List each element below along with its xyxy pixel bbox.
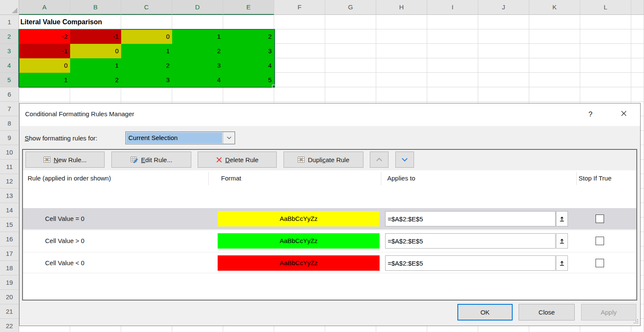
cell-B5[interactable]: 2 xyxy=(70,73,121,87)
cell-A1-title[interactable]: Literal Value Comparison xyxy=(19,15,70,29)
cell-B6[interactable] xyxy=(70,87,121,102)
collapse-range-button[interactable] xyxy=(556,211,568,226)
column-header-A[interactable]: A xyxy=(19,0,70,15)
row-header-4[interactable]: 4 xyxy=(0,58,19,73)
cell-A4[interactable]: 0 xyxy=(19,58,70,73)
column-header-E[interactable]: E xyxy=(223,0,274,15)
column-header-J[interactable]: J xyxy=(478,0,529,15)
cell-I4[interactable] xyxy=(427,58,478,73)
cell-D5[interactable]: 4 xyxy=(172,73,223,87)
column-header-F[interactable]: F xyxy=(274,0,325,15)
cell-K6[interactable] xyxy=(529,87,580,102)
row-header-11[interactable]: 11 xyxy=(0,160,19,174)
help-button[interactable]: ? xyxy=(583,108,598,121)
cell-E6[interactable] xyxy=(223,87,274,102)
row-header-20[interactable]: 20 xyxy=(0,290,19,304)
column-header-B[interactable]: B xyxy=(70,0,121,15)
cell-K1[interactable] xyxy=(529,15,580,29)
row-header-21[interactable]: 21 xyxy=(0,304,19,319)
cell-A6[interactable] xyxy=(19,87,70,102)
row-header-9[interactable]: 9 xyxy=(0,131,19,145)
cell-H4[interactable] xyxy=(376,58,427,73)
cell-L3[interactable] xyxy=(580,44,631,58)
cell-E3[interactable]: 3 xyxy=(223,44,274,58)
row-header-6[interactable]: 6 xyxy=(0,87,19,102)
row-header-17[interactable]: 17 xyxy=(0,246,19,261)
cell-H3[interactable] xyxy=(376,44,427,58)
edit-rule-button[interactable]: Edit Rule... xyxy=(111,152,191,168)
cell-K3[interactable] xyxy=(529,44,580,58)
row-header-10[interactable]: 10 xyxy=(0,145,19,160)
cell-G3[interactable] xyxy=(325,44,376,58)
applies-to-input[interactable] xyxy=(385,211,556,226)
cell-G2[interactable] xyxy=(325,29,376,44)
resize-grip[interactable] xyxy=(633,318,638,325)
cell-I1[interactable] xyxy=(427,15,478,29)
cell-D2[interactable]: 1 xyxy=(172,29,223,44)
cell-F2[interactable] xyxy=(274,29,325,44)
cell-x5[interactable] xyxy=(631,73,644,87)
cell-I6[interactable] xyxy=(427,87,478,102)
collapse-range-button[interactable] xyxy=(556,255,568,271)
cell-E5[interactable]: 5 xyxy=(223,73,274,87)
move-rule-up-button[interactable] xyxy=(370,152,389,168)
row-header-13[interactable]: 13 xyxy=(0,189,19,203)
column-header-K[interactable]: K xyxy=(529,0,580,15)
cell-L5[interactable] xyxy=(580,73,631,87)
column-header-D[interactable]: D xyxy=(172,0,223,15)
select-all-corner[interactable] xyxy=(0,0,19,15)
row-header-2[interactable]: 2 xyxy=(0,29,19,44)
cell-F1[interactable] xyxy=(274,15,325,29)
row-header-15[interactable]: 15 xyxy=(0,218,19,232)
cell-J1[interactable] xyxy=(478,15,529,29)
cell-G4[interactable] xyxy=(325,58,376,73)
cell-A5[interactable]: 1 xyxy=(19,73,70,87)
cell-C4[interactable]: 2 xyxy=(121,58,172,73)
cell-C1[interactable] xyxy=(121,15,172,29)
cell-F4[interactable] xyxy=(274,58,325,73)
cell-L4[interactable] xyxy=(580,58,631,73)
row-header-5[interactable]: 5 xyxy=(0,73,19,87)
cell-H1[interactable] xyxy=(376,15,427,29)
row-header-7[interactable]: 7 xyxy=(0,102,19,116)
cell-E2[interactable]: 2 xyxy=(223,29,274,44)
row-header-1[interactable]: 1 xyxy=(0,15,19,29)
cell-I2[interactable] xyxy=(427,29,478,44)
row-header-16[interactable]: 16 xyxy=(0,232,19,246)
collapse-range-button[interactable] xyxy=(556,233,568,249)
cell-K5[interactable] xyxy=(529,73,580,87)
cell-F6[interactable] xyxy=(274,87,325,102)
row-header-8[interactable]: 8 xyxy=(0,116,19,131)
cell-F5[interactable] xyxy=(274,73,325,87)
close-dialog-button[interactable] xyxy=(616,108,631,121)
cell-J2[interactable] xyxy=(478,29,529,44)
row-header-19[interactable]: 19 xyxy=(0,275,19,290)
cell-G1[interactable] xyxy=(325,15,376,29)
rule-row-cell-value-eq-0[interactable]: Cell Value = 0 AaBbCcYyZz xyxy=(23,208,636,229)
cell-H6[interactable] xyxy=(376,87,427,102)
cell-D3[interactable]: 2 xyxy=(172,44,223,58)
cell-J3[interactable] xyxy=(478,44,529,58)
cell-G6[interactable] xyxy=(325,87,376,102)
cell-x6[interactable] xyxy=(631,87,644,102)
cell-x2[interactable] xyxy=(631,29,644,44)
move-rule-down-button[interactable] xyxy=(395,152,414,168)
applies-to-input[interactable] xyxy=(385,255,556,271)
cell-x1[interactable] xyxy=(631,15,644,29)
row-header-18[interactable]: 18 xyxy=(0,261,19,275)
column-header-C[interactable]: C xyxy=(121,0,172,15)
cell-H2[interactable] xyxy=(376,29,427,44)
cell-K2[interactable] xyxy=(529,29,580,44)
row-header-14[interactable]: 14 xyxy=(0,203,19,218)
cell-D1[interactable] xyxy=(172,15,223,29)
cell-E1[interactable] xyxy=(223,15,274,29)
cell-L2[interactable] xyxy=(580,29,631,44)
cell-x3[interactable] xyxy=(631,44,644,58)
cell-D6[interactable] xyxy=(172,87,223,102)
stop-if-true-checkbox[interactable] xyxy=(596,215,604,223)
cell-L1[interactable] xyxy=(580,15,631,29)
delete-rule-button[interactable]: Delete Rule xyxy=(198,152,277,168)
column-header-H[interactable]: H xyxy=(376,0,427,15)
cell-F3[interactable] xyxy=(274,44,325,58)
dialog-title-bar[interactable]: Conditional Formatting Rules Manager ? xyxy=(20,103,640,126)
